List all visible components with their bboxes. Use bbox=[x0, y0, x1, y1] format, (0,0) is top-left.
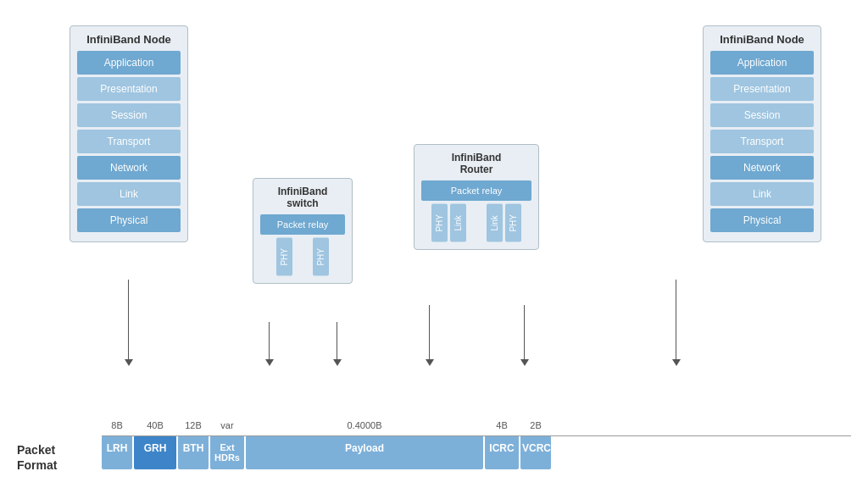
switch-phy-right: PHY bbox=[313, 238, 329, 276]
size-payload: 0.4000B bbox=[246, 420, 483, 430]
packet-cells: LRH GRH BTH ExtHDRs Payload ICRC VCRC bbox=[102, 435, 551, 469]
router-link-left: Link bbox=[450, 204, 466, 242]
pkt-icrc: ICRC bbox=[485, 435, 519, 469]
size-lrh: 8B bbox=[102, 420, 132, 430]
right-layer-session: Session bbox=[710, 103, 814, 127]
pkt-payload: Payload bbox=[246, 435, 483, 469]
arrow-switch-right bbox=[337, 322, 337, 364]
arrow-left-node bbox=[128, 280, 129, 364]
pkt-ext: ExtHDRs bbox=[210, 435, 244, 469]
right-layer-physical: Physical bbox=[710, 208, 814, 232]
right-node: InfiniBand Node Application Presentation… bbox=[703, 25, 821, 242]
arrow-switch-left bbox=[269, 322, 270, 364]
left-layer-network: Network bbox=[77, 156, 181, 180]
left-node: InfiniBand Node Application Presentation… bbox=[70, 25, 188, 242]
switch-box: InfiniBandswitch Packet relay PHY PHY bbox=[253, 178, 353, 284]
router-box: InfiniBandRouter Packet relay PHY Link L… bbox=[414, 144, 539, 250]
switch-phy-row: PHY PHY bbox=[260, 238, 345, 276]
packet-top-line bbox=[102, 435, 851, 436]
arrow-router-right bbox=[524, 305, 525, 363]
right-layer-transport: Transport bbox=[710, 130, 814, 153]
switch-relay: Packet relay bbox=[260, 214, 345, 235]
arrowhead-left-node bbox=[125, 359, 133, 366]
switch-phy-left: PHY bbox=[276, 238, 292, 276]
arrow-right-node bbox=[676, 280, 676, 364]
size-grh: 40B bbox=[134, 420, 176, 430]
pkt-bth: BTH bbox=[178, 435, 209, 469]
router-phy-left: PHY bbox=[431, 204, 448, 242]
size-ext: var bbox=[210, 420, 244, 430]
router-phy-row: PHY Link Link PHY bbox=[421, 204, 531, 242]
arrowhead-switch-left bbox=[265, 359, 274, 366]
router-title: InfiniBandRouter bbox=[421, 152, 531, 175]
router-link-right: Link bbox=[487, 204, 503, 242]
arrowhead-router-left bbox=[426, 359, 434, 366]
packet-format-label: PacketFormat bbox=[17, 435, 102, 473]
left-layer-link: Link bbox=[77, 182, 181, 206]
size-bth: 12B bbox=[178, 420, 209, 430]
left-layer-physical: Physical bbox=[77, 208, 181, 232]
left-layer-session: Session bbox=[77, 103, 181, 127]
packet-section: 8B 40B 12B var 0.4000B 4B 2B PacketForma… bbox=[17, 435, 851, 473]
pkt-lrh: LRH bbox=[102, 435, 132, 469]
left-layer-presentation: Presentation bbox=[77, 77, 181, 101]
switch-title: InfiniBandswitch bbox=[260, 186, 345, 209]
router-relay: Packet relay bbox=[421, 180, 531, 201]
right-layer-link: Link bbox=[710, 182, 814, 206]
right-layer-presentation: Presentation bbox=[710, 77, 814, 101]
right-layer-application: Application bbox=[710, 51, 814, 75]
size-icrc: 4B bbox=[485, 420, 519, 430]
size-labels-row: 8B 40B 12B var 0.4000B 4B 2B bbox=[102, 420, 551, 430]
right-layer-network: Network bbox=[710, 156, 814, 180]
diagram-container: InfiniBand Node Application Presentation… bbox=[0, 0, 868, 488]
size-vcrc: 2B bbox=[520, 420, 551, 430]
pkt-vcrc: VCRC bbox=[520, 435, 551, 469]
left-layer-application: Application bbox=[77, 51, 181, 75]
left-layer-transport: Transport bbox=[77, 130, 181, 153]
right-node-title: InfiniBand Node bbox=[710, 33, 814, 46]
arrowhead-switch-right bbox=[333, 359, 342, 366]
packet-format-row: PacketFormat LRH GRH BTH ExtHDRs Payload… bbox=[17, 435, 851, 473]
arrowhead-right-node bbox=[672, 359, 681, 366]
router-phy-right: PHY bbox=[505, 204, 521, 242]
arrowhead-router-right bbox=[520, 359, 529, 366]
pkt-grh: GRH bbox=[134, 435, 176, 469]
left-node-title: InfiniBand Node bbox=[77, 33, 181, 46]
arrow-router-left bbox=[429, 305, 430, 363]
